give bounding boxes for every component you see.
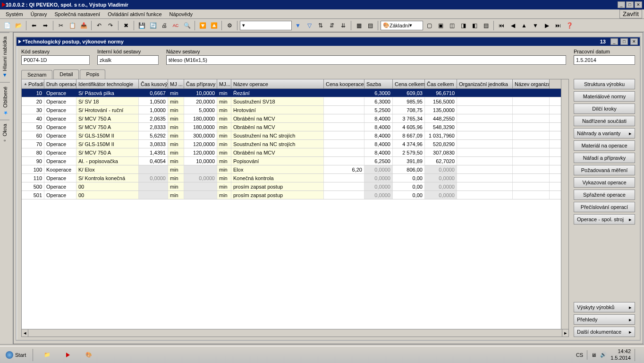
tb-help-icon[interactable]: ❓ (564, 20, 575, 31)
mdi-close-button[interactable]: ✕ (630, 38, 638, 45)
btn-pozadovana[interactable]: Požadovaná měření (574, 165, 635, 175)
tb-new-icon[interactable]: 📄 (2, 20, 12, 31)
tb-lay5-icon[interactable]: ◧ (469, 20, 480, 31)
table-row[interactable]: 80OperaceS/ MCV 750 A1,4391min120,0000mi… (22, 148, 561, 157)
table-row[interactable]: 90OperaceAl. - popisovačka0,4054min10,00… (22, 157, 561, 165)
input-naz[interactable] (166, 55, 566, 65)
table-row[interactable]: 501Operace00minminprosím zapsat postup0,… (22, 191, 561, 199)
col-koop[interactable]: Cena kooperace (324, 79, 364, 88)
tray-lang[interactable]: CS (576, 352, 583, 358)
btn-operace-spol[interactable]: Operace - spol. stroj▸ (574, 214, 635, 225)
menu-upravy[interactable]: Úpravy (27, 10, 51, 18)
btn-material-normy[interactable]: Materiálové normy (574, 91, 635, 102)
table-row[interactable]: 70OperaceS/ GLS-150M II3,0833min120,0000… (22, 140, 561, 148)
tb-search-icon[interactable]: 🔍 (182, 20, 192, 31)
mdi-minimize-button[interactable]: _ (610, 38, 618, 45)
tab-popis[interactable]: Popis (80, 69, 105, 79)
input-int[interactable] (97, 55, 159, 65)
tray-flag-icon[interactable]: 🖥 (591, 352, 596, 358)
tb-lay4-icon[interactable]: ◨ (458, 20, 468, 31)
close-button[interactable]: ✕ (635, 1, 642, 8)
table-row[interactable]: 30OperaceS/ Hrotování - ruční1,0000min5,… (22, 106, 561, 114)
tb-filter2-icon[interactable]: 🔼 (209, 20, 219, 31)
tb-lay6-icon[interactable]: ▤ (481, 20, 491, 31)
col-cena[interactable]: Cena celkem (393, 79, 425, 88)
grid-scrollbar-h[interactable]: ◂ ▸ (22, 329, 568, 337)
btn-nahrady[interactable]: Náhrady a varianty▸ (574, 128, 635, 138)
tb-undo-icon[interactable]: ↶ (94, 20, 104, 31)
tb-sort2-icon[interactable]: ⇵ (327, 20, 337, 31)
col-mj1[interactable]: MJ ... (168, 79, 184, 88)
grid-scrollbar-v[interactable] (561, 79, 568, 329)
tb-nav-next-icon[interactable]: ▶ (542, 20, 552, 31)
start-button[interactable]: Start (2, 349, 30, 361)
tb-sort1-icon[interactable]: ⇅ (315, 20, 326, 31)
taskbar-app-icon[interactable] (59, 348, 77, 362)
input-date[interactable] (574, 55, 635, 65)
tb-nav-up-icon[interactable]: ▲ (519, 20, 529, 31)
col-norg[interactable]: Název organiza (513, 79, 550, 88)
table-row[interactable]: 60OperaceS/ GLS-150M II5,6292min300,0000… (22, 131, 561, 140)
input-kod[interactable] (21, 55, 90, 65)
table-row[interactable]: 110OperaceS/ Kontrola konečná0,0000min0,… (22, 174, 561, 182)
btn-material-operace[interactable]: Materiál na operace (574, 140, 635, 151)
tb-fwd-icon[interactable]: ➡ (40, 20, 51, 31)
col-tech[interactable]: Identifikátor technologie (76, 79, 139, 88)
btn-dalsi-dok[interactable]: Další dokumentace▸ (574, 327, 635, 337)
tb-lay1-icon[interactable]: ▢ (424, 20, 434, 31)
col-kusovy[interactable]: Čas kusový (139, 79, 168, 88)
btn-vykazovat[interactable]: Vykazovat operace (574, 177, 635, 188)
btn-struktura[interactable]: Struktura výrobku (574, 79, 635, 89)
col-priprava[interactable]: Čas přípravy (184, 79, 217, 88)
tb-funnel2-icon[interactable]: ▽ (304, 20, 314, 31)
table-row[interactable]: 20OperaceS/ SV 181,0500min20,0000minSous… (22, 97, 561, 106)
tab-detail[interactable]: Detail (53, 69, 79, 79)
tb-nav-down-icon[interactable]: ▼ (530, 20, 541, 31)
menu-ovladani[interactable]: Ovládání aktivní funkce (104, 10, 165, 18)
tb-nav-first-icon[interactable]: ⏮ (496, 20, 507, 31)
tray-showdesktop[interactable] (635, 349, 638, 361)
btn-dilci[interactable]: Dílčí kroky (574, 104, 635, 114)
tb-grid2-icon[interactable]: ▤ (365, 20, 375, 31)
btn-sprazene[interactable]: Spřažené operace (574, 190, 635, 200)
tb-sort3-icon[interactable]: ⇊ (338, 20, 348, 31)
mdi-maximize-button[interactable]: □ (620, 38, 628, 45)
table-row[interactable]: 40OperaceS/ MCV 750 A2,0635min180,0000mi… (22, 114, 561, 123)
menubar-close-button[interactable]: Zavřít (619, 9, 642, 18)
tb-print-icon[interactable]: 🖨 (159, 20, 169, 31)
leftbar-favorites[interactable]: ★Oblíbené (0, 82, 10, 120)
leftbar-main-menu[interactable]: ▲Hlavní nabídka (0, 32, 9, 82)
tb-redo-icon[interactable]: ↷ (105, 20, 116, 31)
col-org[interactable]: Organizační jednotka (457, 79, 513, 88)
tb-del-icon[interactable]: ✖ (121, 20, 131, 31)
tb-open-icon[interactable]: 📂 (13, 20, 24, 31)
tb-lay3-icon[interactable]: ◫ (447, 20, 457, 31)
tb-back-icon[interactable]: ⬅ (29, 20, 39, 31)
menu-spolecna[interactable]: Společná nastavení (51, 10, 104, 18)
tb-funnel-icon[interactable]: ▼ (293, 20, 303, 31)
leftbar-windows[interactable]: ▫Okna (0, 120, 9, 147)
btn-precislovani[interactable]: Přečíslování operací (574, 202, 635, 212)
tb-paste-icon[interactable]: 📥 (78, 20, 89, 31)
tab-seznam[interactable]: Seznam (21, 70, 52, 79)
col-poradi[interactable]: ▲Pořadí (22, 79, 44, 88)
data-grid[interactable]: ▲Pořadí Druh operace Identifikátor techn… (21, 79, 569, 337)
maximize-button[interactable]: □ (626, 1, 634, 8)
taskbar-paint-icon[interactable]: 🎨 (79, 348, 98, 362)
col-mj2[interactable]: MJ... (217, 79, 231, 88)
menu-system[interactable]: Systém (2, 10, 27, 18)
tb-filter1-icon[interactable]: 🔽 (197, 20, 208, 31)
grid-body[interactable]: 10OperaceS/ Pásová pilka0,6667min10,0000… (22, 89, 561, 329)
tb-cut-icon[interactable]: ✂ (56, 20, 66, 31)
col-sazba[interactable]: Sazba (364, 79, 393, 88)
btn-naradi[interactable]: Nářadí a přípravky (574, 153, 635, 163)
tb-copy-icon[interactable]: 📋 (67, 20, 77, 31)
btn-nadrizene[interactable]: Nadřízené součásti (574, 116, 635, 126)
tb-lay2-icon[interactable]: ▣ (435, 20, 446, 31)
tb-refresh-icon[interactable]: 🔄 (148, 20, 158, 31)
minimize-button[interactable]: _ (618, 1, 625, 8)
tray-clock[interactable]: 14:42 1.5.2014 (610, 348, 631, 361)
col-nazev[interactable]: Název operace (231, 79, 324, 88)
tb-gear-icon[interactable]: ⚙ (224, 20, 235, 31)
btn-vyskyty[interactable]: Výskyty výrobků▸ (574, 302, 635, 312)
